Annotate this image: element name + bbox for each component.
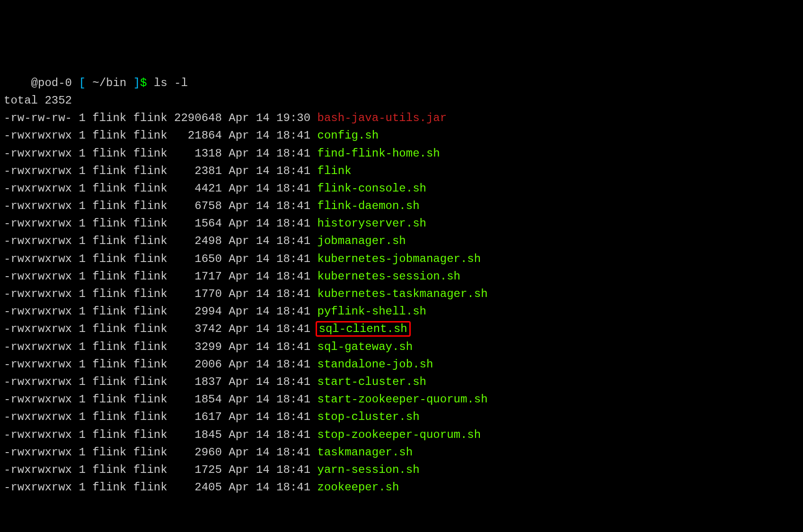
file-meta: -rwxrwxrwx 1 flink flink 2381 Apr 14 18:… xyxy=(4,165,318,177)
file-name: flink-daemon.sh xyxy=(318,200,420,212)
file-row: -rwxrwxrwx 1 flink flink 2006 Apr 14 18:… xyxy=(4,356,799,373)
prompt-line[interactable]: @pod-0 [ ~/bin ]$ ls -l xyxy=(4,74,799,92)
prompt-dollar: $ xyxy=(140,77,154,89)
file-row: -rwxrwxrwx 1 flink flink 2960 Apr 14 18:… xyxy=(4,444,799,461)
file-meta: -rwxrwxrwx 1 flink flink 1564 Apr 14 18:… xyxy=(4,217,318,230)
file-name: stop-cluster.sh xyxy=(318,410,420,423)
file-row: -rwxrwxrwx 1 flink flink 1650 Apr 14 18:… xyxy=(4,250,799,268)
file-meta: -rw-rw-rw- 1 flink flink 2290648 Apr 14 … xyxy=(4,112,318,124)
file-name: pyflink-shell.sh xyxy=(318,305,426,318)
file-name: bash-java-utils.jar xyxy=(318,112,447,124)
file-meta: -rwxrwxrwx 1 flink flink 1650 Apr 14 18:… xyxy=(4,253,318,265)
file-row: -rwxrwxrwx 1 flink flink 2498 Apr 14 18:… xyxy=(4,232,799,250)
file-row: -rwxrwxrwx 1 flink flink 1770 Apr 14 18:… xyxy=(4,285,799,303)
file-meta: -rwxrwxrwx 1 flink flink 6758 Apr 14 18:… xyxy=(4,200,318,212)
file-name: flink-console.sh xyxy=(318,182,426,195)
terminal-output[interactable]: @pod-0 [ ~/bin ]$ ls -ltotal 2352-rw-rw-… xyxy=(4,74,799,497)
file-meta: -rwxrwxrwx 1 flink flink 3742 Apr 14 18:… xyxy=(4,323,318,335)
file-row: -rwxrwxrwx 1 flink flink 1725 Apr 14 18:… xyxy=(4,461,799,479)
file-row: -rwxrwxrwx 1 flink flink 1617 Apr 14 18:… xyxy=(4,408,799,426)
file-meta: -rwxrwxrwx 1 flink flink 1318 Apr 14 18:… xyxy=(4,147,318,160)
file-row: -rwxrwxrwx 1 flink flink 2381 Apr 14 18:… xyxy=(4,162,799,180)
file-row: -rwxrwxrwx 1 flink flink 2405 Apr 14 18:… xyxy=(4,479,799,496)
file-meta: -rwxrwxrwx 1 flink flink 1854 Apr 14 18:… xyxy=(4,393,318,406)
file-name: stop-zookeeper-quorum.sh xyxy=(318,428,481,441)
file-meta: -rwxrwxrwx 1 flink flink 2405 Apr 14 18:… xyxy=(4,481,318,494)
file-meta: -rwxrwxrwx 1 flink flink 2960 Apr 14 18:… xyxy=(4,446,318,459)
file-row: -rwxrwxrwx 1 flink flink 21864 Apr 14 18… xyxy=(4,127,799,144)
file-meta: -rwxrwxrwx 1 flink flink 1717 Apr 14 18:… xyxy=(4,270,318,283)
total-line: total 2352 xyxy=(4,92,799,109)
file-meta: -rwxrwxrwx 1 flink flink 2994 Apr 14 18:… xyxy=(4,305,318,318)
file-meta: -rwxrwxrwx 1 flink flink 3299 Apr 14 18:… xyxy=(4,340,318,353)
file-name: kubernetes-jobmanager.sh xyxy=(318,253,481,265)
file-row: -rwxrwxrwx 1 flink flink 1854 Apr 14 18:… xyxy=(4,391,799,408)
file-meta: -rwxrwxrwx 1 flink flink 2498 Apr 14 18:… xyxy=(4,235,318,247)
file-row: -rwxrwxrwx 1 flink flink 1837 Apr 14 18:… xyxy=(4,373,799,391)
file-meta: -rwxrwxrwx 1 flink flink 4421 Apr 14 18:… xyxy=(4,182,318,195)
file-row: -rwxrwxrwx 1 flink flink 1845 Apr 14 18:… xyxy=(4,426,799,444)
file-name: kubernetes-taskmanager.sh xyxy=(318,288,488,300)
file-name: flink xyxy=(318,165,352,177)
file-meta: -rwxrwxrwx 1 flink flink 1617 Apr 14 18:… xyxy=(4,410,318,423)
file-name: taskmanager.sh xyxy=(318,446,413,459)
file-meta: -rwxrwxrwx 1 flink flink 1770 Apr 14 18:… xyxy=(4,288,318,300)
prompt-user-host: @pod-0 xyxy=(4,77,79,89)
file-row: -rwxrwxrwx 1 flink flink 1564 Apr 14 18:… xyxy=(4,215,799,232)
file-row: -rwxrwxrwx 1 flink flink 3299 Apr 14 18:… xyxy=(4,338,799,356)
file-row: -rwxrwxrwx 1 flink flink 1318 Apr 14 18:… xyxy=(4,145,799,162)
file-name: zookeeper.sh xyxy=(318,481,399,494)
prompt-path: ~/bin xyxy=(92,77,133,89)
file-row: -rwxrwxrwx 1 flink flink 4421 Apr 14 18:… xyxy=(4,180,799,197)
file-row: -rwxrwxrwx 1 flink flink 6758 Apr 14 18:… xyxy=(4,197,799,215)
file-name: start-cluster.sh xyxy=(318,375,426,388)
prompt-close-bracket: ] xyxy=(133,77,140,89)
command-input[interactable]: ls -l xyxy=(154,77,188,89)
file-name: find-flink-home.sh xyxy=(318,147,440,160)
file-name: start-zookeeper-quorum.sh xyxy=(318,393,488,406)
file-meta: -rwxrwxrwx 1 flink flink 2006 Apr 14 18:… xyxy=(4,358,318,371)
prompt-open-bracket: [ xyxy=(79,77,92,89)
file-name: config.sh xyxy=(318,129,379,142)
file-name: historyserver.sh xyxy=(318,217,426,230)
file-meta: -rwxrwxrwx 1 flink flink 1837 Apr 14 18:… xyxy=(4,375,318,388)
file-name-highlighted: sql-client.sh xyxy=(316,321,411,337)
file-name: jobmanager.sh xyxy=(318,235,406,247)
file-meta: -rwxrwxrwx 1 flink flink 1725 Apr 14 18:… xyxy=(4,463,318,476)
file-name: sql-gateway.sh xyxy=(318,340,413,353)
file-meta: -rwxrwxrwx 1 flink flink 21864 Apr 14 18… xyxy=(4,129,318,142)
file-row: -rwxrwxrwx 1 flink flink 2994 Apr 14 18:… xyxy=(4,303,799,320)
file-meta: -rwxrwxrwx 1 flink flink 1845 Apr 14 18:… xyxy=(4,428,318,441)
file-name: standalone-job.sh xyxy=(318,358,433,371)
file-row: -rwxrwxrwx 1 flink flink 1717 Apr 14 18:… xyxy=(4,268,799,285)
file-name: yarn-session.sh xyxy=(318,463,420,476)
file-row: -rw-rw-rw- 1 flink flink 2290648 Apr 14 … xyxy=(4,109,799,127)
file-row: -rwxrwxrwx 1 flink flink 3742 Apr 14 18:… xyxy=(4,320,799,338)
file-name: kubernetes-session.sh xyxy=(318,270,460,283)
